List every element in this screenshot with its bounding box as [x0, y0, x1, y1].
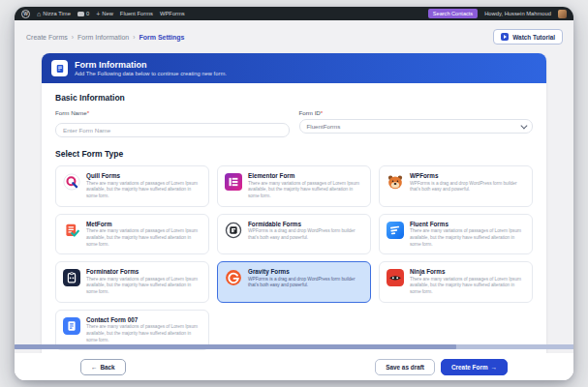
form-type-card-formidable-forms[interactable]: Formidable FormsWPForms is a drag and dr… [217, 214, 371, 255]
form-type-info: WPFormsWPForms is a drag and drop WordPr… [410, 172, 525, 194]
panel-body: Basic Information Form Name* Form ID* [42, 83, 546, 363]
play-icon [501, 33, 509, 41]
forward-arrow-icon: → [491, 364, 497, 371]
create-form-button[interactable]: Create Form → [441, 359, 508, 375]
form-type-info: Ninja FormsThere are many variations of … [410, 268, 525, 296]
forminator-forms-icon [63, 269, 80, 286]
form-type-title: Ninja Forms [410, 268, 525, 275]
form-type-description: There are many variations of passages of… [86, 228, 201, 248]
horizontal-scrollbar[interactable] [15, 344, 573, 349]
form-type-info: Gravity FormsWPForms is a drag and drop … [248, 268, 363, 289]
formidable-forms-icon [225, 222, 242, 239]
form-type-info: Forminator FormsThere are many variation… [86, 268, 201, 296]
form-type-description: There are many variations of passages of… [410, 277, 525, 296]
basic-info-fields: Form Name* Form ID* FluentForms [55, 109, 533, 137]
form-type-description: There are many variations of passages of… [410, 228, 525, 248]
save-as-draft-button[interactable]: Save as draft [375, 359, 435, 375]
required-mark: * [87, 109, 89, 116]
scrollbar-thumb[interactable] [15, 344, 456, 349]
breadcrumb-separator: › [133, 34, 135, 41]
panel-title: Form Information [75, 60, 227, 71]
back-arrow-icon: ← [91, 364, 97, 371]
form-type-card-ninja-forms[interactable]: Ninja FormsThere are many variations of … [379, 261, 533, 303]
form-type-card-gravity-forms[interactable]: Gravity FormsWPForms is a drag and drop … [217, 261, 371, 303]
app-window: W Nizza Time 0 New Fluent Forms WPForms … [15, 7, 573, 380]
form-type-card-quill-forms[interactable]: Quill FormsThere are many variations of … [55, 165, 209, 207]
form-type-card-forminator-forms[interactable]: Forminator FormsThere are many variation… [55, 261, 209, 303]
ninja-forms-icon [387, 269, 404, 286]
breadcrumb-create-forms[interactable]: Create Forms [26, 34, 68, 41]
quill-forms-icon [63, 173, 80, 191]
basic-information-heading: Basic Information [55, 93, 533, 103]
form-type-info: Contact Form 007There are many variation… [86, 316, 201, 344]
form-type-title: MetForm [86, 221, 201, 227]
form-type-description: WPForms is a drag and drop WordPress for… [410, 181, 525, 194]
form-type-description: WPForms is a drag and drop WordPress for… [248, 277, 363, 289]
wp-admin-bar: W Nizza Time 0 New Fluent Forms WPForms … [15, 7, 573, 20]
footer-action-bar: ← Back Save as draft Create Form → [15, 353, 573, 380]
admin-bar-wpforms[interactable]: WPForms [160, 11, 185, 16]
form-type-title: Fluent Forms [410, 221, 525, 227]
form-type-info: MetFormThere are many variations of pass… [86, 221, 201, 249]
admin-bar-greeting[interactable]: Howdy, Hussein Mahmoud [484, 11, 551, 16]
form-id-select[interactable]: FluentForms [299, 119, 534, 134]
plus-icon [96, 11, 100, 17]
panel-subtitle: Add The Following data below to continue… [75, 71, 227, 76]
form-name-field: Form Name* [55, 109, 290, 137]
form-type-info: Formidable FormsWPForms is a drag and dr… [248, 221, 363, 242]
back-button[interactable]: ← Back [80, 359, 126, 375]
avatar[interactable] [558, 10, 567, 18]
required-mark: * [321, 109, 323, 116]
form-type-title: Elementor Form [248, 172, 363, 179]
form-type-grid: Quill FormsThere are many variations of … [55, 165, 533, 350]
contact-form-007-icon [63, 317, 80, 335]
wpforms-icon [387, 173, 404, 191]
form-type-card-wpforms[interactable]: WPFormsWPForms is a drag and drop WordPr… [379, 165, 533, 207]
watch-tutorial-button[interactable]: Watch Tutorial [493, 29, 563, 45]
admin-content-area: Create Forms › Form Information › Form S… [15, 20, 573, 380]
form-type-card-fluent-forms[interactable]: Fluent FormsThere are many variations of… [379, 214, 533, 255]
form-type-info: Elementor FormThere are many variations … [248, 172, 363, 200]
form-type-title: Quill Forms [86, 172, 201, 179]
search-contacts-button[interactable]: Search Contacts [428, 9, 478, 18]
form-type-card-metform[interactable]: MetFormThere are many variations of pass… [55, 214, 209, 255]
footer-right-group: Save as draft Create Form → [375, 359, 508, 375]
form-type-description: WPForms is a drag and drop WordPress for… [248, 228, 363, 241]
metform-icon [63, 222, 80, 239]
form-type-description: There are many variations of passages of… [86, 181, 201, 200]
home-icon [37, 11, 41, 17]
wordpress-logo-icon[interactable]: W [21, 10, 30, 18]
form-type-card-elementor-form[interactable]: Elementor FormThere are many variations … [217, 165, 371, 207]
form-information-panel: Form Information Add The Following data … [42, 53, 546, 363]
form-type-description: There are many variations of passages of… [248, 181, 363, 200]
form-type-description: There are many variations of passages of… [86, 324, 201, 343]
form-type-title: WPForms [410, 172, 525, 179]
form-type-title: Gravity Forms [248, 268, 363, 275]
chevron-down-icon [520, 123, 526, 129]
form-type-title: Forminator Forms [86, 268, 201, 275]
form-name-label: Form Name* [55, 109, 290, 116]
breadcrumb-separator: › [72, 34, 74, 41]
comment-bubble-icon [77, 12, 84, 16]
form-name-input[interactable] [55, 123, 290, 137]
select-form-type-heading: Select Form Type [55, 149, 533, 159]
panel-header: Form Information Add The Following data … [42, 53, 546, 83]
form-id-field: Form ID* FluentForms [299, 109, 534, 137]
form-document-icon [51, 60, 68, 76]
form-type-title: Formidable Forms [248, 221, 363, 227]
form-type-title: Contact Form 007 [86, 316, 201, 323]
admin-bar-new[interactable]: New [96, 11, 113, 17]
fluent-forms-icon [387, 222, 404, 239]
form-type-info: Fluent FormsThere are many variations of… [410, 221, 525, 249]
form-type-description: There are many variations of passages of… [86, 277, 201, 296]
breadcrumb-form-settings[interactable]: Form Settings [139, 34, 184, 41]
admin-bar-site-name[interactable]: Nizza Time [37, 11, 71, 17]
form-id-label: Form ID* [299, 109, 534, 116]
gravity-forms-icon [225, 269, 242, 286]
admin-bar-comments[interactable]: 0 [77, 11, 89, 16]
form-type-info: Quill FormsThere are many variations of … [86, 172, 201, 200]
admin-bar-fluent-forms[interactable]: Fluent Forms [120, 11, 153, 16]
elementor-form-icon [225, 173, 242, 191]
breadcrumb-form-information[interactable]: Form Information [77, 34, 129, 41]
breadcrumb: Create Forms › Form Information › Form S… [15, 20, 573, 51]
